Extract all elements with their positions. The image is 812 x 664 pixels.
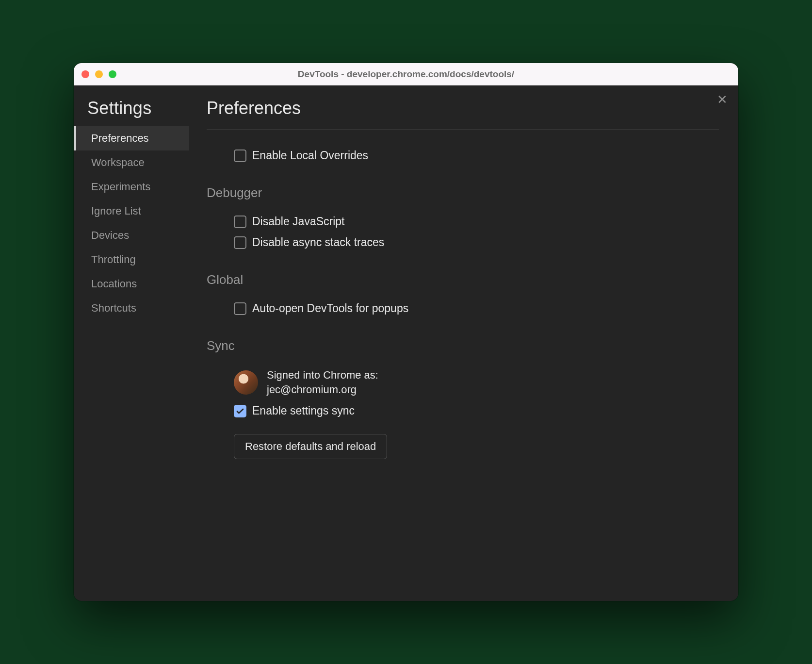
checkbox[interactable] (234, 216, 246, 228)
check-icon (236, 407, 244, 415)
traffic-lights (81, 70, 116, 78)
section-heading-global: Global (207, 272, 719, 287)
option-label: Disable JavaScript (252, 215, 344, 228)
titlebar: DevTools - developer.chrome.com/docs/dev… (74, 63, 738, 85)
sidebar-item-label: Workspace (91, 156, 145, 168)
preferences-scroll-area[interactable]: Enable Local Overrides Debugger Disable … (207, 129, 719, 601)
option-enable-settings-sync[interactable]: Enable settings sync (207, 400, 719, 421)
settings-main: Preferences Enable Local Overrides Debug… (189, 85, 738, 601)
preferences-heading: Preferences (207, 98, 719, 118)
option-disable-async-stack-traces[interactable]: Disable async stack traces (207, 232, 719, 253)
signed-in-email: jec@chromium.org (267, 382, 378, 397)
window-title: DevTools - developer.chrome.com/docs/dev… (74, 69, 738, 80)
sidebar-item-label: Throttling (91, 253, 136, 266)
minimize-window-button[interactable] (95, 70, 103, 78)
checkbox[interactable] (234, 236, 246, 249)
close-window-button[interactable] (81, 70, 89, 78)
option-enable-local-overrides[interactable]: Enable Local Overrides (207, 149, 719, 166)
devtools-settings-window: DevTools - developer.chrome.com/docs/dev… (74, 63, 738, 601)
option-label: Auto-open DevTools for popups (252, 302, 408, 315)
signed-in-label: Signed into Chrome as: (267, 368, 378, 382)
sidebar-item-label: Shortcuts (91, 302, 136, 314)
sync-signed-in-row: Signed into Chrome as: jec@chromium.org (207, 364, 719, 400)
sidebar-item-shortcuts[interactable]: Shortcuts (74, 296, 189, 320)
settings-body: ✕ Settings Preferences Workspace Experim… (74, 85, 738, 601)
section-heading-sync: Sync (207, 338, 719, 353)
sidebar-item-label: Locations (91, 278, 137, 290)
option-disable-javascript[interactable]: Disable JavaScript (207, 211, 719, 232)
settings-sidebar: Settings Preferences Workspace Experimen… (74, 85, 189, 601)
sidebar-item-ignore-list[interactable]: Ignore List (74, 199, 189, 223)
sidebar-item-preferences[interactable]: Preferences (74, 126, 189, 150)
section-heading-debugger: Debugger (207, 185, 719, 200)
checkbox[interactable] (234, 405, 246, 417)
sidebar-item-label: Preferences (91, 132, 149, 144)
close-settings-button[interactable]: ✕ (717, 93, 728, 106)
close-icon: ✕ (717, 92, 728, 107)
zoom-window-button[interactable] (109, 70, 116, 78)
checkbox[interactable] (234, 302, 246, 315)
sidebar-item-label: Ignore List (91, 205, 141, 217)
option-label: Disable async stack traces (252, 236, 384, 249)
sidebar-item-locations[interactable]: Locations (74, 272, 189, 296)
restore-defaults-button[interactable]: Restore defaults and reload (234, 434, 387, 459)
option-label: Enable settings sync (252, 404, 355, 417)
sidebar-item-throttling[interactable]: Throttling (74, 248, 189, 272)
checkbox[interactable] (234, 149, 246, 162)
sidebar-item-workspace[interactable]: Workspace (74, 150, 189, 175)
avatar (234, 370, 258, 395)
sidebar-item-label: Experiments (91, 181, 150, 193)
sidebar-item-label: Devices (91, 229, 129, 241)
sidebar-item-experiments[interactable]: Experiments (74, 175, 189, 199)
option-auto-open-devtools-popups[interactable]: Auto-open DevTools for popups (207, 298, 719, 319)
sync-signed-in-text: Signed into Chrome as: jec@chromium.org (267, 368, 378, 397)
settings-heading: Settings (74, 98, 189, 126)
option-label: Enable Local Overrides (252, 149, 368, 162)
sidebar-item-devices[interactable]: Devices (74, 223, 189, 248)
